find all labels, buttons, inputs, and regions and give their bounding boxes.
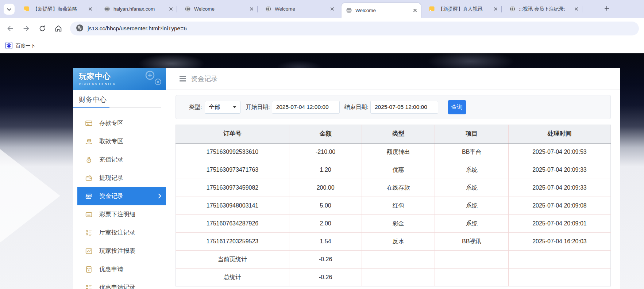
sidebar-item-withdrawal-record[interactable]: 提现记录 xyxy=(73,169,166,187)
cell-amount: 200.00 xyxy=(289,179,362,197)
table-row: 1751630948003141 5.00 红包 系统 2025-07-04 2… xyxy=(176,197,611,215)
tab-shixun-records[interactable]: :::视讯 会员下注纪录: xyxy=(505,3,582,15)
globe-icon xyxy=(265,6,271,12)
bookmark-label: 百度一下 xyxy=(16,43,35,49)
cell-process-time: 2025-07-04 20:09:08 xyxy=(508,197,610,215)
sidebar-item-player-bet-report[interactable]: 玩家投注报表 xyxy=(73,242,166,260)
close-icon[interactable] xyxy=(168,6,174,12)
close-icon[interactable] xyxy=(329,6,335,12)
table-row-page-total: 当前页统计 -0.26 xyxy=(176,251,611,269)
sidebar-item-hall-bet-record[interactable]: 厅室投注记录 xyxy=(73,224,166,242)
players-center-sidebar: 玩家中心 PLAYERS CENTER 财务中心 存款专区 取款专区 xyxy=(73,68,166,289)
cell-process-time: 2025-07-04 16:20:03 xyxy=(508,233,610,251)
sidebar-item-withdraw-zone[interactable]: 取款专区 xyxy=(73,132,166,151)
table-row: 1751630973471763 1.20 优惠 系统 2025-07-04 2… xyxy=(176,161,611,179)
tab-welcome-active[interactable]: Welcome xyxy=(342,3,421,18)
tab-title: 【新提醒】海燕策略 xyxy=(33,6,86,12)
cell-order-no: 1751617203259523 xyxy=(176,233,289,251)
red-packet-icon: ¥ xyxy=(85,266,93,273)
sidebar-item-promo-apply[interactable]: ¥ 优惠申请 xyxy=(73,260,166,278)
tab-welcome-2[interactable]: Welcome xyxy=(261,3,338,15)
globe-icon xyxy=(509,6,516,12)
cell-type: 红包 xyxy=(362,197,435,215)
cell-order-no: 1751630948003141 xyxy=(176,197,289,215)
close-icon[interactable] xyxy=(87,6,93,12)
tab-welcome-1[interactable]: Welcome xyxy=(180,3,258,15)
svg-text:¥: ¥ xyxy=(88,269,90,272)
cell-order-no: 1751630992533610 xyxy=(176,143,289,161)
cell-project: 系统 xyxy=(435,179,508,197)
tab-zhenren-alert[interactable]: 【新提醒】真人视讯 xyxy=(424,3,502,15)
cell-process-time: 2025-07-04 20:09:33 xyxy=(508,161,610,179)
tab-hfanax[interactable]: haiyan.hfanax.com xyxy=(100,3,177,15)
cell-project: 系统 xyxy=(435,197,508,215)
table-row: 1751630973459082 200.00 在线存款 系统 2025-07-… xyxy=(176,179,611,197)
money-bag-icon: ¥ xyxy=(85,156,93,164)
cell-label: 总统计 xyxy=(176,269,289,286)
main-content-panel: 资金记录 类型: 全部 开始日期: 结束日期: 查询 订单号 金额 类型 xyxy=(166,68,620,289)
cell-order-no: 1751630973459082 xyxy=(176,179,289,197)
tab-title: 【新提醒】真人视讯 xyxy=(438,6,491,12)
hamburger-icon[interactable] xyxy=(180,76,186,81)
cell-project: 系统 xyxy=(435,161,508,179)
start-date-input[interactable] xyxy=(272,101,340,114)
ticket-list-icon xyxy=(85,211,93,218)
list-squares-icon xyxy=(85,229,93,237)
page-title: 资金记录 xyxy=(191,74,218,83)
globe-icon xyxy=(346,7,352,14)
chevron-right-icon xyxy=(158,193,161,200)
table-row: 1751617203259523 1.54 反水 BB视讯 2025-07-04… xyxy=(176,233,611,251)
close-icon[interactable] xyxy=(248,6,255,12)
chart-report-icon xyxy=(85,247,93,255)
cell-process-time: 2025-07-04 20:09:01 xyxy=(508,215,610,233)
list-squares-icon xyxy=(85,284,93,289)
close-icon[interactable] xyxy=(412,7,418,14)
sidebar-item-funds-record[interactable]: 资金记录 xyxy=(77,187,166,205)
globe-icon xyxy=(185,6,191,12)
sidebar-item-lottery-bet-detail[interactable]: 彩票下注明细 xyxy=(73,205,166,224)
tab-haiyan-alert[interactable]: 【新提醒】海燕策略 xyxy=(19,3,96,15)
site-settings-icon[interactable] xyxy=(76,24,84,33)
type-select-value: 全部 xyxy=(209,103,220,111)
forward-icon[interactable] xyxy=(22,24,31,33)
cell-amount: 1.54 xyxy=(289,233,362,251)
svg-text:¥: ¥ xyxy=(88,159,90,162)
type-select[interactable]: 全部 xyxy=(205,101,240,114)
cell-type: 在线存款 xyxy=(362,179,435,197)
url-text: js13.cc/hhcp/usercenter.html?iniType=6 xyxy=(88,25,187,32)
cell-amount: 2.00 xyxy=(289,215,362,233)
close-icon[interactable] xyxy=(493,6,499,12)
sidebar-item-recharge-record[interactable]: ¥ 充值记录 xyxy=(73,151,166,169)
column-header-amount: 金额 xyxy=(289,125,362,143)
tab-search-button[interactable] xyxy=(4,4,15,15)
back-icon[interactable] xyxy=(6,24,15,33)
section-underline xyxy=(73,107,166,108)
chevron-down-icon xyxy=(7,6,11,12)
cell-empty xyxy=(362,269,435,286)
deposit-card-icon xyxy=(85,119,93,127)
new-tab-button[interactable] xyxy=(602,4,612,14)
cell-order-no: 1751630973471763 xyxy=(176,161,289,179)
close-icon[interactable] xyxy=(573,6,579,12)
cell-order-no: 1751607634287926 xyxy=(176,215,289,233)
cell-amount: 1.20 xyxy=(289,161,362,179)
url-bar[interactable]: js13.cc/hhcp/usercenter.html?iniType=6 xyxy=(70,22,639,35)
bookmarks-bar: 百度一下 xyxy=(0,39,644,53)
browser-toolbar: js13.cc/hhcp/usercenter.html?iniType=6 xyxy=(0,18,644,39)
end-date-label: 结束日期: xyxy=(344,103,369,111)
table-header-row: 订单号 金额 类型 项目 处理时间 xyxy=(176,125,611,143)
end-date-input[interactable] xyxy=(370,101,438,114)
sidebar-item-label: 厅室投注记录 xyxy=(99,229,135,237)
globe-icon xyxy=(104,6,110,12)
cell-amount: -0.26 xyxy=(289,251,362,269)
start-date-label: 开始日期: xyxy=(246,103,270,111)
bookmark-baidu[interactable]: 百度一下 xyxy=(5,42,35,50)
sidebar-item-deposit-zone[interactable]: 存款专区 xyxy=(73,114,166,132)
reload-icon[interactable] xyxy=(38,24,47,33)
sidebar-menu: 存款专区 取款专区 ¥ 充值记录 提现记录 xyxy=(73,114,166,289)
search-button[interactable]: 查询 xyxy=(448,100,466,114)
type-label: 类型: xyxy=(189,103,202,111)
home-icon[interactable] xyxy=(54,24,63,33)
sidebar-item-promo-apply-record[interactable]: 优惠申请记录 xyxy=(73,278,166,289)
cell-amount: -0.26 xyxy=(289,269,362,286)
